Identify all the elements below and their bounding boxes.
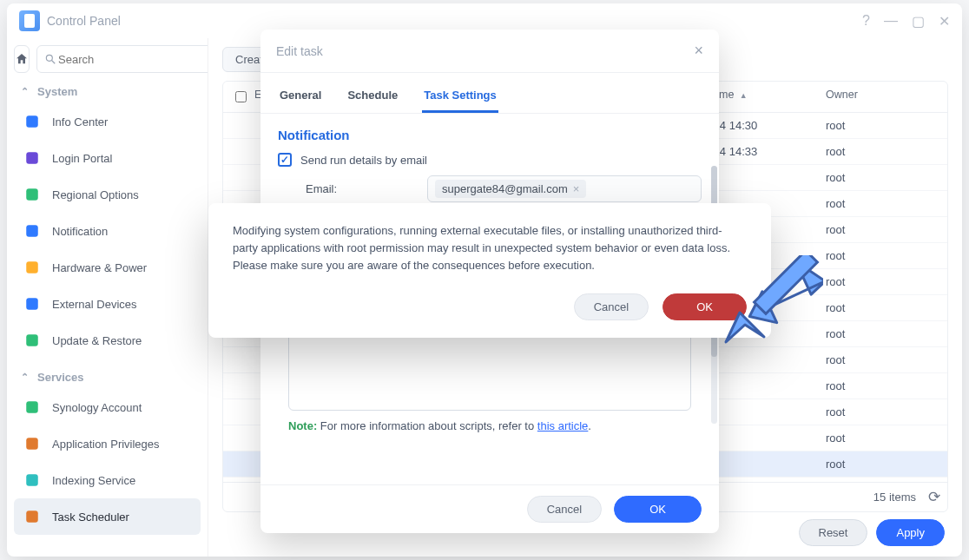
close-window-icon[interactable]: ✕ xyxy=(939,13,950,30)
lock-icon xyxy=(23,434,42,453)
sidebar: ⌃ System Info Center Login Portal Region… xyxy=(7,38,208,557)
svg-rect-9 xyxy=(26,401,38,413)
dialog-cancel-button[interactable]: Cancel xyxy=(527,496,602,523)
email-field-label: Email: xyxy=(306,182,419,195)
sidebar-item-label: Update & Restore xyxy=(52,334,142,347)
cell-owner: root xyxy=(826,327,939,340)
sidebar-item-label: Regional Options xyxy=(52,188,139,201)
send-email-label: Send run details by email xyxy=(300,154,427,167)
section-services[interactable]: ⌃ Services xyxy=(14,359,201,389)
tab-general[interactable]: General xyxy=(278,83,323,113)
svg-rect-8 xyxy=(26,334,38,346)
search-input[interactable] xyxy=(56,52,206,67)
items-count: 15 items xyxy=(873,491,916,504)
portal-icon xyxy=(23,148,42,168)
col-owner[interactable]: Owner xyxy=(826,89,939,105)
email-chip[interactable]: supergate84@gmail.com × xyxy=(435,180,586,198)
help-icon[interactable]: ? xyxy=(862,13,870,30)
sidebar-item-regional-options[interactable]: Regional Options xyxy=(14,176,201,213)
note-suffix: . xyxy=(588,419,591,432)
sidebar-item-notification[interactable]: Notification xyxy=(14,213,201,249)
email-chip-text: supergate84@gmail.com xyxy=(442,182,568,195)
section-label: Services xyxy=(37,371,84,384)
chevron-up-icon: ⌃ xyxy=(21,86,29,97)
email-input[interactable]: supergate84@gmail.com × xyxy=(427,175,702,202)
sidebar-item-synology-account[interactable]: Synology Account xyxy=(14,389,201,425)
sidebar-item-label: Notification xyxy=(52,225,108,238)
search-icon xyxy=(44,53,56,65)
svg-rect-2 xyxy=(26,115,38,128)
sidebar-item-application-privileges[interactable]: Application Privileges xyxy=(14,425,201,462)
sidebar-item-label: Info Center xyxy=(52,115,108,128)
refresh-icon[interactable]: ⟳ xyxy=(928,488,940,506)
svg-rect-5 xyxy=(26,225,38,237)
devices-icon xyxy=(23,294,42,313)
sort-asc-icon: ▲ xyxy=(740,91,748,100)
svg-point-0 xyxy=(46,55,52,61)
sidebar-item-indexing-service[interactable]: Indexing Service xyxy=(14,462,201,498)
dialog-ok-button[interactable]: OK xyxy=(614,496,702,523)
select-all-checkbox[interactable] xyxy=(235,91,247,102)
apply-button[interactable]: Apply xyxy=(876,519,945,546)
section-system[interactable]: ⌃ System xyxy=(14,73,201,103)
section-notification: Notification xyxy=(278,128,702,142)
account-icon xyxy=(23,398,42,417)
window-title: Control Panel xyxy=(47,14,862,28)
chat-icon xyxy=(23,221,42,240)
note-prefix: Note: xyxy=(288,419,317,432)
cell-owner: root xyxy=(826,458,939,471)
confirm-ok-button[interactable]: OK xyxy=(662,293,747,320)
send-email-checkbox[interactable]: ✓ xyxy=(278,153,292,167)
sidebar-item-label: External Devices xyxy=(52,298,137,311)
cell-owner: root xyxy=(826,119,939,132)
sidebar-item-external-devices[interactable]: External Devices xyxy=(14,286,201,322)
confirm-cancel-button[interactable]: Cancel xyxy=(574,293,649,320)
cell-owner: root xyxy=(826,379,939,392)
confirm-text: Modifying system configurations, running… xyxy=(233,222,747,274)
sidebar-item-label: Indexing Service xyxy=(52,474,135,487)
globe-icon xyxy=(23,185,42,204)
minimize-icon[interactable]: — xyxy=(884,13,898,30)
cell-owner: root xyxy=(826,145,939,158)
cell-owner: root xyxy=(826,171,939,184)
info-icon xyxy=(23,112,42,131)
bulb-icon xyxy=(23,258,42,277)
search-input-wrapper[interactable] xyxy=(36,45,208,73)
note-link[interactable]: this article xyxy=(537,419,589,432)
confirm-dialog: Modifying system configurations, running… xyxy=(208,203,771,338)
cell-owner: root xyxy=(826,432,939,445)
svg-rect-4 xyxy=(26,188,38,201)
sidebar-item-label: Synology Account xyxy=(52,401,142,414)
cell-owner: root xyxy=(826,301,939,314)
svg-rect-6 xyxy=(26,261,38,273)
reset-button[interactable]: Reset xyxy=(799,519,868,546)
app-icon xyxy=(19,10,40,31)
cell-owner: root xyxy=(826,353,939,366)
remove-chip-icon[interactable]: × xyxy=(573,182,580,195)
cell-owner: root xyxy=(826,249,939,262)
sidebar-item-hardware-power[interactable]: Hardware & Power xyxy=(14,249,201,286)
maximize-icon[interactable]: ▢ xyxy=(912,13,925,30)
svg-rect-12 xyxy=(26,511,38,523)
cell-owner: root xyxy=(826,197,939,210)
close-icon[interactable]: × xyxy=(694,42,703,60)
script-note: Note: For more information about scripts… xyxy=(288,419,691,432)
sidebar-item-login-portal[interactable]: Login Portal xyxy=(14,140,201,176)
sidebar-item-label: Application Privileges xyxy=(52,438,160,451)
home-icon xyxy=(15,52,29,66)
svg-rect-3 xyxy=(26,152,38,164)
tab-task-settings[interactable]: Task Settings xyxy=(422,83,498,113)
tab-schedule[interactable]: Schedule xyxy=(346,83,399,113)
sidebar-item-task-scheduler[interactable]: Task Scheduler xyxy=(14,498,201,535)
home-button[interactable] xyxy=(14,45,30,73)
svg-line-1 xyxy=(52,61,56,64)
dialog-tabs: General Schedule Task Settings xyxy=(260,73,719,114)
note-text: For more information about scripts, refe… xyxy=(317,419,537,432)
cell-owner: root xyxy=(826,405,939,418)
sidebar-item-label: Hardware & Power xyxy=(52,261,147,274)
dialog-title: Edit task xyxy=(276,44,323,58)
sidebar-item-update-restore[interactable]: Update & Restore xyxy=(14,322,201,359)
sidebar-item-info-center[interactable]: Info Center xyxy=(14,103,201,140)
section-label: System xyxy=(37,85,77,98)
calendar-icon xyxy=(23,507,42,526)
